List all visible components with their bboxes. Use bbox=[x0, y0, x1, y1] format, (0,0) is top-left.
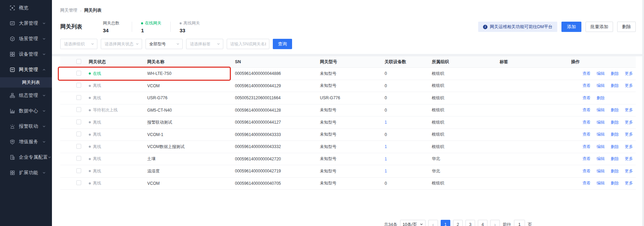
action-link[interactable]: 编辑 bbox=[597, 168, 605, 174]
action-link[interactable]: 更多 bbox=[625, 83, 633, 89]
batch-add-button[interactable]: 批量添加 bbox=[586, 22, 613, 32]
sidebar-item[interactable]: 增值服务 bbox=[0, 134, 52, 149]
page-number-list: 1234 bbox=[441, 220, 487, 226]
action-link[interactable]: 更多 bbox=[625, 168, 633, 174]
action-link[interactable]: 删除 bbox=[611, 144, 619, 150]
next-page-button[interactable]: › bbox=[490, 220, 500, 226]
action-link[interactable]: 更多 bbox=[625, 132, 633, 137]
gateway-sn: 00059614000000044128 bbox=[235, 108, 320, 113]
sidebar-item[interactable]: 场景管理 bbox=[0, 31, 52, 46]
gateway-model: 未知型号 bbox=[320, 180, 385, 186]
action-link[interactable]: 删除 bbox=[611, 168, 619, 174]
row-checkbox[interactable] bbox=[76, 107, 81, 112]
sidebar-item[interactable]: 数据中心 bbox=[0, 103, 52, 118]
scrollbar-track[interactable] bbox=[642, 0, 644, 226]
sidebar-item[interactable]: 大屏管理 bbox=[0, 15, 52, 31]
page-number-button[interactable]: 2 bbox=[453, 220, 463, 226]
action-link[interactable]: 删除 bbox=[611, 180, 619, 186]
row-checkbox[interactable] bbox=[76, 120, 81, 124]
status-dot bbox=[141, 22, 143, 24]
page-number-button[interactable]: 3 bbox=[465, 220, 475, 226]
gateway-status: 离线 bbox=[93, 180, 101, 186]
select-all-checkbox[interactable] bbox=[76, 59, 81, 64]
device-count[interactable]: 1 bbox=[385, 169, 432, 173]
status-dot bbox=[89, 170, 91, 172]
device-count[interactable]: 1 bbox=[385, 157, 432, 161]
action-link[interactable]: 编辑 bbox=[597, 156, 605, 162]
sn-search-input[interactable] bbox=[227, 39, 269, 49]
delete-button[interactable]: 删除 bbox=[617, 22, 636, 32]
action-link[interactable]: 编辑 bbox=[597, 144, 605, 150]
prev-page-button[interactable]: ‹ bbox=[428, 220, 438, 226]
action-link[interactable]: 更多 bbox=[625, 120, 633, 125]
action-link[interactable]: 更多 bbox=[625, 144, 633, 150]
action-link[interactable]: 删除 bbox=[611, 156, 619, 162]
action-link[interactable]: 更多 bbox=[625, 156, 633, 162]
action-link[interactable]: 更多 bbox=[625, 180, 633, 186]
action-link[interactable]: 查看 bbox=[582, 107, 591, 113]
sidebar-subitem[interactable]: 网关列表 bbox=[0, 77, 52, 88]
action-link[interactable]: 查看 bbox=[582, 156, 591, 162]
breadcrumb-parent[interactable]: 网关管理 bbox=[60, 8, 77, 13]
action-link[interactable]: 更多 bbox=[625, 107, 633, 113]
action-link[interactable]: 删除 bbox=[611, 83, 619, 89]
org-filter-select[interactable]: 请选择组织 bbox=[60, 39, 97, 49]
action-link[interactable]: 编辑 bbox=[597, 83, 605, 89]
action-link[interactable]: 编辑 bbox=[597, 107, 605, 113]
jump-suffix: 页 bbox=[528, 222, 532, 226]
device-count[interactable]: 1 bbox=[385, 120, 432, 125]
action-link[interactable]: 编辑 bbox=[597, 132, 605, 137]
sidebar-item[interactable]: 报警联动 bbox=[0, 118, 52, 134]
row-actions: 查看删除 bbox=[571, 95, 636, 101]
add-button[interactable]: 添加 bbox=[561, 22, 581, 32]
model-filter-select[interactable]: 全部型号 bbox=[146, 39, 183, 49]
sidebar-item[interactable]: 组态管理 bbox=[0, 88, 52, 103]
gateway-status: 离线 bbox=[93, 132, 101, 137]
gateway-model: 未知型号 bbox=[320, 120, 385, 125]
action-link[interactable]: 查看 bbox=[582, 168, 591, 174]
sidebar-item[interactable]: 设备管理 bbox=[0, 46, 52, 62]
stat-label: 离线网关 bbox=[183, 20, 200, 26]
gateway-model: 未知型号 bbox=[320, 132, 385, 137]
status-filter-select[interactable]: 请选择网关状态 bbox=[101, 39, 142, 49]
action-link[interactable]: 删除 bbox=[611, 120, 619, 125]
row-checkbox[interactable] bbox=[76, 156, 81, 161]
sidebar-item[interactable]: 扩展功能 bbox=[0, 165, 52, 180]
row-checkbox[interactable] bbox=[76, 180, 81, 185]
row-checkbox[interactable] bbox=[76, 83, 81, 88]
action-link[interactable]: 查看 bbox=[582, 132, 591, 137]
tag-filter-select[interactable]: 请选择标签 bbox=[186, 39, 223, 49]
row-checkbox[interactable] bbox=[76, 132, 81, 136]
sidebar-item[interactable]: 概览 bbox=[0, 0, 52, 15]
action-link[interactable]: 查看 bbox=[582, 95, 591, 101]
action-link[interactable]: 查看 bbox=[582, 83, 591, 89]
row-checkbox[interactable] bbox=[76, 71, 81, 76]
column-header: 网关型号 bbox=[320, 59, 385, 65]
device-count[interactable]: 1 bbox=[385, 144, 432, 149]
action-link[interactable]: 查看 bbox=[582, 144, 591, 150]
action-link[interactable]: 删除 bbox=[611, 107, 619, 113]
tag-filter-placeholder: 请选择标签 bbox=[190, 41, 217, 47]
action-link[interactable]: 编辑 bbox=[597, 120, 605, 125]
org-filter-placeholder: 请选择组织 bbox=[64, 41, 91, 47]
action-link[interactable]: 编辑 bbox=[597, 180, 605, 186]
page-number-button[interactable]: 4 bbox=[478, 220, 487, 226]
page-number-button[interactable]: 1 bbox=[441, 220, 450, 226]
page-size-select[interactable]: 10条/页 bbox=[400, 220, 426, 226]
action-link[interactable]: 删除 bbox=[611, 132, 619, 137]
action-link[interactable]: 查看 bbox=[582, 71, 591, 77]
sidebar-item[interactable]: 企业专属配置 bbox=[0, 149, 52, 165]
row-checkbox[interactable] bbox=[76, 144, 81, 149]
action-link[interactable]: 删除 bbox=[611, 71, 619, 77]
chevron-down-icon bbox=[42, 171, 46, 174]
action-link[interactable]: 删除 bbox=[597, 95, 605, 101]
action-link[interactable]: 编辑 bbox=[597, 71, 605, 77]
action-link[interactable]: 更多 bbox=[625, 71, 633, 77]
action-link[interactable]: 查看 bbox=[582, 180, 591, 186]
sidebar-item[interactable]: 网关管理 bbox=[0, 62, 52, 77]
query-button[interactable]: 查询 bbox=[273, 39, 292, 49]
action-link[interactable]: 查看 bbox=[582, 120, 591, 125]
row-checkbox[interactable] bbox=[76, 168, 81, 173]
row-checkbox[interactable] bbox=[76, 95, 81, 100]
jump-page-input[interactable] bbox=[514, 220, 525, 226]
